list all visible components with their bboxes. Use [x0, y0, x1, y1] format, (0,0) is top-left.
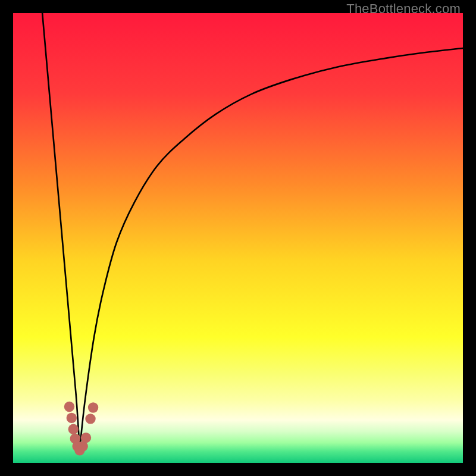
- scatter-dot: [67, 413, 77, 423]
- scatter-dot: [88, 402, 98, 412]
- chart-frame: TheBottleneck.com: [0, 0, 476, 476]
- watermark-text: TheBottleneck.com: [346, 1, 461, 17]
- scatter-dot: [85, 414, 95, 424]
- curve-right-branch: [80, 48, 463, 449]
- plot-area: [13, 13, 463, 463]
- scatter-dot: [64, 402, 74, 412]
- scatter-dot: [81, 433, 91, 443]
- curves-svg: [13, 13, 463, 463]
- curve-left-branch: [42, 13, 80, 449]
- scatter-dot: [68, 424, 79, 434]
